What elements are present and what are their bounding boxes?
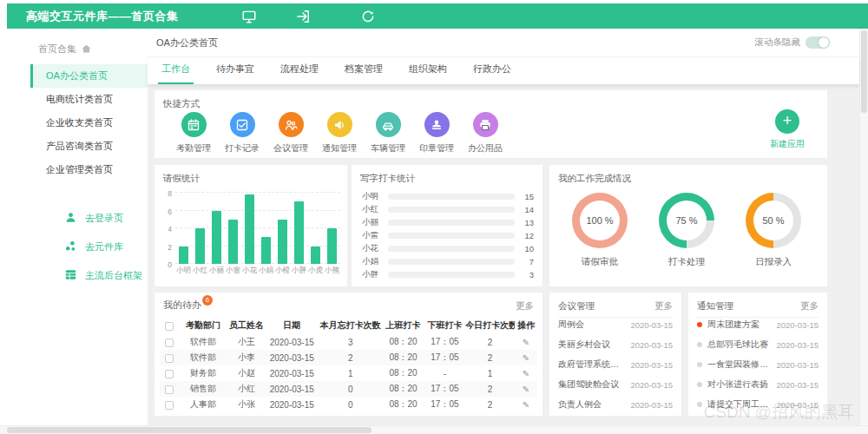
quick-action-0[interactable]: 考勤管理 xyxy=(169,112,218,155)
notice-item-3[interactable]: 对小张进行表扬2020-03-15 xyxy=(697,378,819,391)
edit-icon[interactable]: ✎ xyxy=(523,338,529,347)
bar-小明 xyxy=(179,247,188,265)
work-completion-panel: 我的工作完成情况 100 %请假审批75 %打卡处理50 %日报录入 xyxy=(549,165,827,286)
gauge-0: 100 %请假审批 xyxy=(572,193,628,268)
login-icon[interactable] xyxy=(295,9,311,24)
calendar-icon xyxy=(181,112,207,137)
sidebar-item-0[interactable]: OA办公类首页 xyxy=(30,64,148,88)
meeting-item-0[interactable]: 周例会2020-03-15 xyxy=(558,319,673,331)
cell: 人事部 xyxy=(179,398,228,411)
cell: 2 xyxy=(319,353,383,363)
sidebar-menu: OA办公类首页电商统计类首页企业收支类首页产品咨询类首页企业管理类首页 xyxy=(7,64,148,181)
car-icon xyxy=(376,112,401,137)
cell: 3 xyxy=(319,338,383,347)
bar-小橙 xyxy=(278,220,287,264)
edit-icon[interactable]: ✎ xyxy=(523,385,529,394)
sidebar-header-label: 首页合集 xyxy=(38,43,76,56)
hbar-value: 15 xyxy=(515,192,534,201)
sidebar-link-0[interactable]: 去登录页 xyxy=(64,211,148,226)
bar-小熊 xyxy=(327,228,337,264)
quick-action-2[interactable]: 会议管理 xyxy=(266,112,315,155)
notice-item-2[interactable]: 一食堂因装修临时关闭2020-03-15 xyxy=(697,358,819,371)
y-tick-label: 4 xyxy=(161,225,172,233)
meeting-item-4[interactable]: 负责人例会2020-03-15 xyxy=(558,398,673,411)
leave-stats-panel: 请假统计 02468 小明小红小丽小雷小花小娟小橙小胖小虎小熊 xyxy=(155,165,347,286)
tab-0[interactable]: 工作台 xyxy=(158,62,194,84)
sidebar-link-1[interactable]: 去元件库 xyxy=(64,240,148,254)
row-checkbox[interactable] xyxy=(165,401,174,410)
notice-item-0[interactable]: 周末团建方案2020-03-15 xyxy=(697,319,819,331)
cell: 财务部 xyxy=(179,367,228,379)
tab-1[interactable]: 待办事宜 xyxy=(213,62,258,84)
quick-action-label: 办公用品 xyxy=(468,142,503,155)
sidebar-item-3[interactable]: 产品咨询类首页 xyxy=(30,135,148,158)
meeting-item-2[interactable]: 政府管理系统会议2020-03-15 xyxy=(558,358,673,371)
vertical-scrollbar-thumb[interactable] xyxy=(861,30,867,113)
notices-more-link[interactable]: 更多 xyxy=(800,300,819,312)
x-tick-label: 小雷 xyxy=(225,266,241,276)
cell: 08：20 xyxy=(383,383,424,395)
meeting-item-1[interactable]: 美丽乡村会议2020-03-15 xyxy=(558,339,673,351)
row-checkbox[interactable] xyxy=(165,354,174,363)
horizontal-scrollbar[interactable] xyxy=(0,425,868,434)
edit-icon[interactable]: ✎ xyxy=(523,400,529,410)
x-tick-label: 小花 xyxy=(241,266,258,276)
donut-percent: 100 % xyxy=(580,201,620,240)
edit-icon[interactable]: ✎ xyxy=(523,353,529,363)
hbar-row-小丽: 小丽13 xyxy=(362,217,534,227)
horizontal-scrollbar-thumb[interactable] xyxy=(7,427,372,433)
hbar-track xyxy=(388,220,515,226)
meeting-item-3[interactable]: 集团驾驶舱会议2020-03-15 xyxy=(558,378,673,391)
donut-percent: 75 % xyxy=(667,201,707,240)
x-tick-label: 小橙 xyxy=(274,266,291,276)
monitor-icon[interactable] xyxy=(241,9,257,24)
hbar-track xyxy=(388,207,515,213)
notice-text: 一食堂因装修临时关闭 xyxy=(707,358,773,371)
todo-title: 我的待办6 xyxy=(163,299,213,312)
meeting-date: 2020-03-15 xyxy=(630,400,673,410)
stamp-icon xyxy=(424,112,450,137)
quick-action-4[interactable]: 车辆管理 xyxy=(364,112,412,155)
cell: - xyxy=(424,369,465,378)
cell: 软件部 xyxy=(179,336,228,348)
sidebar-item-1[interactable]: 电商统计类首页 xyxy=(30,88,148,111)
y-tick-label: 0 xyxy=(161,260,172,269)
new-app-button[interactable]: + 新建应用 xyxy=(770,109,805,150)
row-checkbox[interactable] xyxy=(165,339,174,347)
notice-item-1[interactable]: 总部羽毛球比赛2020-03-15 xyxy=(697,339,819,351)
row-checkbox[interactable] xyxy=(165,370,174,378)
quick-action-label: 车辆管理 xyxy=(371,142,405,155)
meeting-name: 政府管理系统会议 xyxy=(558,358,627,371)
meeting-date: 2020-03-15 xyxy=(630,360,673,370)
table-row-2: 财务部小赵2020-03-15108：20-1✎ xyxy=(160,365,537,381)
quick-action-3[interactable]: 通知管理 xyxy=(315,112,364,155)
vertical-scrollbar[interactable] xyxy=(859,29,868,425)
notice-text: 对小张进行表扬 xyxy=(707,378,773,391)
meetings-panel: 会议管理 更多 周例会2020-03-15美丽乡村会议2020-03-15政府管… xyxy=(549,293,681,416)
quick-actions-title: 快捷方式 xyxy=(163,98,200,110)
quick-action-1[interactable]: 打卡记录 xyxy=(218,112,266,155)
cell: 销售部 xyxy=(179,383,228,395)
cell: 08：20 xyxy=(383,352,424,364)
meetings-more-link[interactable]: 更多 xyxy=(654,300,673,312)
quick-action-6[interactable]: 办公用品 xyxy=(461,112,510,155)
row-checkbox[interactable] xyxy=(165,385,174,394)
plus-icon: + xyxy=(775,109,799,134)
sidebar-item-4[interactable]: 企业管理类首页 xyxy=(30,158,148,181)
refresh-icon[interactable] xyxy=(360,9,376,24)
x-tick-label: 小虎 xyxy=(307,266,324,276)
tab-5[interactable]: 行政办公 xyxy=(470,62,515,84)
tab-3[interactable]: 档案管理 xyxy=(341,62,386,84)
todo-more-link[interactable]: 更多 xyxy=(516,300,534,312)
quick-action-5[interactable]: 印章管理 xyxy=(412,112,461,155)
sidebar-item-2[interactable]: 企业收支类首页 xyxy=(30,111,148,135)
bar-小花 xyxy=(245,194,254,264)
tab-2[interactable]: 流程处理 xyxy=(277,62,322,84)
edit-icon[interactable]: ✎ xyxy=(523,369,529,378)
sidebar-link-2[interactable]: 主流后台框架 xyxy=(64,268,148,283)
notice-item-4[interactable]: 请提交下周工作计划2020-03-15 xyxy=(697,398,819,411)
select-all-checkbox[interactable] xyxy=(165,322,174,331)
scrollbar-toggle-switch[interactable] xyxy=(806,36,830,49)
hbar-value: 10 xyxy=(515,244,534,253)
tab-4[interactable]: 组织架构 xyxy=(405,62,450,84)
